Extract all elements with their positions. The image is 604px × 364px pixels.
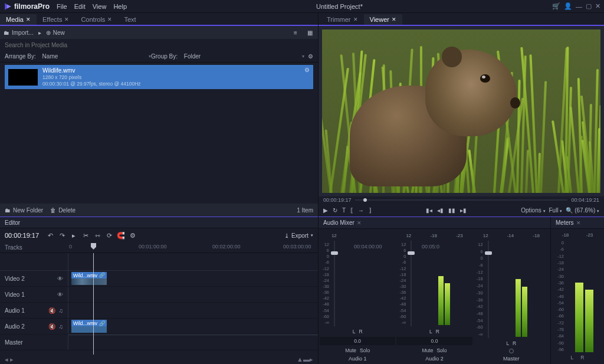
link-icon: 🔗 [99,320,106,326]
fader[interactable] [484,241,493,338]
track-lane[interactable] [68,303,318,318]
close-icon[interactable]: ✕ [392,17,396,22]
arrow-icon[interactable]: → [358,207,364,214]
tab-viewer[interactable]: Viewer✕ [364,14,402,26]
media-item-detail: 00:00:30:01 @ 29.97fps, stereo @ 44100Hz [42,81,310,87]
new-folder-button[interactable]: 🖿New Folder [5,207,43,214]
track-row: Master [0,335,318,350]
text-tool-icon[interactable]: T [342,207,346,214]
tab-media[interactable]: Media✕ [0,14,37,26]
mute-button[interactable]: Mute [345,347,356,353]
play-icon[interactable]: ▶ [323,207,328,214]
project-title: Untitled Project* [127,3,552,10]
import-button[interactable]: 🖿Import... [4,29,34,36]
redo-icon[interactable]: ↷ [58,231,66,240]
fader[interactable] [330,241,339,326]
solo-icon[interactable]: ♫ [59,323,64,330]
track-lane[interactable] [68,335,318,350]
timeline-ruler[interactable]: 0 00:01:00:00 00:02:00:00 00:03:00:00 00… [68,242,318,252]
close-icon[interactable]: ✕ [353,17,358,22]
eye-icon[interactable]: 👁 [57,291,63,298]
snap-icon[interactable]: 🧲 [117,231,125,240]
maximize-icon[interactable]: ▢ [586,2,592,10]
close-window-icon[interactable]: ✕ [595,2,600,10]
track-lane[interactable]: Wild...wmv🔗 [68,319,318,334]
arrange-by-dropdown[interactable]: Arrange By: Name▾ [5,53,151,60]
search-input[interactable] [5,42,313,48]
skip-back-icon[interactable]: ▮◂ [426,207,432,214]
full-dropdown[interactable]: Full ▾ [549,207,563,214]
track-lane[interactable]: Wild...wmv🔗 [68,271,318,286]
preview-display[interactable] [322,29,600,193]
list-view-icon[interactable]: ≡ [291,28,300,37]
mark-in-icon[interactable]: ⟦ [350,207,353,214]
menu-view[interactable]: View [93,3,107,10]
fader[interactable] [407,241,415,326]
pause-icon[interactable]: ▮▮ [448,207,455,214]
solo-button[interactable]: Solo [436,347,447,353]
cart-icon[interactable]: 🛒 [552,2,560,10]
media-item[interactable]: Wildlife.wmv 1280 x 720 pixels 00:00:30:… [5,65,313,89]
close-icon[interactable]: ✕ [576,220,581,226]
undo-icon[interactable]: ↶ [46,231,54,240]
mute-icon[interactable]: 🔇 [48,307,55,314]
slip-icon[interactable]: ⇿ [93,231,101,240]
media-item-res: 1280 x 720 pixels [42,74,310,81]
tab-controls[interactable]: Controls✕ [75,14,118,25]
mute-icon[interactable]: 🔇 [48,323,55,330]
pointer-icon[interactable]: ▸ [70,231,78,240]
track-name: Audio 2 [5,323,45,330]
menu-edit[interactable]: Edit [74,3,86,10]
tab-text[interactable]: Text [118,14,142,25]
track-row: Video 2👁 Wild...wmv🔗 [0,271,318,287]
mark-out-icon[interactable]: ⟧ [369,207,372,214]
tab-effects[interactable]: Effects✕ [37,14,75,25]
zoom-slider-icon[interactable]: ▲▬▸ [297,356,313,363]
delete-button[interactable]: 🗑Delete [50,207,76,214]
loop-icon[interactable]: ↻ [333,207,337,214]
time-total: 00:04:19:21 [571,197,599,203]
mute-button[interactable]: Mute [422,347,434,353]
video-clip[interactable]: Wild...wmv🔗 [71,272,107,285]
minimize-icon[interactable]: — [576,3,582,10]
audio-clip[interactable]: Wild...wmv🔗 [71,320,107,333]
playhead[interactable] [93,253,94,355]
eye-icon[interactable]: 👁 [57,276,63,282]
zoom-dropdown[interactable]: 🔍 (67.6%) ▾ [566,207,599,214]
solo-button[interactable]: Solo [360,347,370,353]
scrub-bar[interactable] [355,199,568,201]
gear-icon[interactable]: ⚙ [304,67,310,73]
new-button[interactable]: ⊕New [46,29,65,36]
close-icon[interactable]: ✕ [107,17,112,22]
solo-icon[interactable]: ♫ [59,307,64,314]
mixer-channel: 121260-6-12-18-24-30-36-42-48-54-60-∞LR0… [320,232,395,362]
user-icon[interactable]: 👤 [564,2,572,10]
master-led[interactable] [509,349,514,353]
menu-file[interactable]: File [57,3,67,10]
close-icon[interactable]: ✕ [26,17,31,22]
media-item-name: Wildlife.wmv [42,67,310,74]
chevron-left-icon[interactable]: ◂ ▸ [5,356,14,363]
meter-bar-l [575,283,583,352]
timeline-timecode[interactable]: 00:00:19:17 [5,232,39,239]
close-icon[interactable]: ✕ [64,17,69,22]
track-lane[interactable] [68,287,318,302]
options-dropdown[interactable]: Options ▾ [521,207,545,214]
grid-view-icon[interactable]: ▦ [305,28,314,37]
rate-icon[interactable]: ⟳ [105,231,113,240]
skip-fwd-icon[interactable]: ▸▮ [460,207,467,214]
slice-icon[interactable]: ✂ [81,231,90,240]
export-button[interactable]: ⤓Export▾ [284,232,313,239]
templates-button[interactable]: ▸ [38,29,41,36]
frame-back-icon[interactable]: ◂▮ [437,207,444,214]
folder-icon: 🖿 [4,29,9,36]
close-icon[interactable]: ✕ [357,220,362,226]
group-by-dropdown[interactable]: Group By: Folder▾ [151,53,304,60]
tab-trimmer[interactable]: Trimmer✕ [321,14,364,25]
gear-icon[interactable]: ⚙ [308,53,313,60]
options-icon[interactable]: ⚙ [129,231,137,240]
media-thumbnail [8,69,38,86]
menu-help[interactable]: Help [113,3,127,10]
peak-l: -18 [562,232,569,238]
meters-panel: Meters✕ -18 -23 0-6-12-18-24-30-36-42-48… [551,217,604,364]
